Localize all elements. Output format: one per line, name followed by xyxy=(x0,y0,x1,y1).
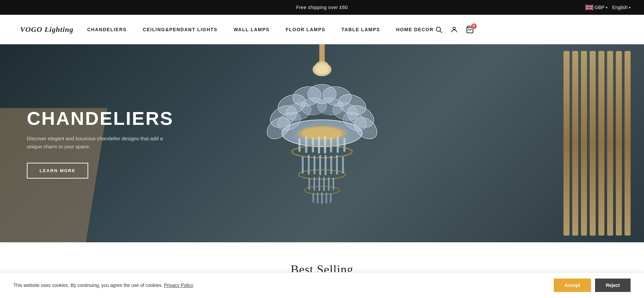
svg-rect-70 xyxy=(326,193,327,203)
svg-rect-53 xyxy=(314,156,315,174)
language-chevron: ▾ xyxy=(629,6,631,9)
nav-item-home[interactable]: HOME DECOR xyxy=(396,27,433,33)
cookie-accept-button[interactable]: Accept xyxy=(554,279,591,283)
hero-section: CHANDELIERS Discover elegant and luxurio… xyxy=(0,44,644,242)
svg-rect-56 xyxy=(330,156,332,174)
svg-point-8 xyxy=(315,65,329,74)
currency-selector[interactable]: GBP ▾ xyxy=(585,5,608,10)
cookie-banner: This website uses cookies. By continuing… xyxy=(0,272,644,283)
hero-content: CHANDELIERS Discover elegant and luxurio… xyxy=(0,108,200,179)
chandelier-svg xyxy=(241,44,402,242)
language-label: English xyxy=(612,5,628,10)
strip-8 xyxy=(625,51,631,236)
currency-label: GBP xyxy=(595,5,605,10)
svg-point-3 xyxy=(453,27,455,29)
svg-rect-57 xyxy=(336,155,338,175)
header-icons: 0 xyxy=(434,26,474,34)
strip-3 xyxy=(581,51,587,236)
hero-chandelier-image xyxy=(241,44,402,242)
svg-rect-61 xyxy=(314,177,315,191)
nav-link-table[interactable]: TABLE LAMPS xyxy=(341,27,380,32)
svg-rect-67 xyxy=(313,193,314,203)
svg-rect-65 xyxy=(333,178,334,190)
shipping-message: Free shipping over £60 xyxy=(296,5,348,10)
hero-decorative-strips xyxy=(557,44,644,242)
hero-description: Discover elegant and luxurious chandelie… xyxy=(27,135,168,151)
strip-6 xyxy=(607,51,613,236)
svg-rect-58 xyxy=(342,157,344,173)
svg-rect-60 xyxy=(309,178,310,190)
uk-flag-icon xyxy=(585,5,593,10)
currency-chevron: ▾ xyxy=(606,6,607,9)
user-icon xyxy=(450,26,458,33)
header: VOGO Lighting CHANDELIERS CEILING&PENDAN… xyxy=(0,15,644,44)
nav-list: CHANDELIERS CEILING&PENDANT LIGHTS WALL … xyxy=(87,27,434,33)
nav-item-ceiling[interactable]: CEILING&PENDANT LIGHTS xyxy=(143,27,218,33)
nav-link-home[interactable]: HOME DECOR xyxy=(396,27,433,32)
nav-item-wall[interactable]: WALL LAMPS xyxy=(233,27,269,33)
nav-item-floor[interactable]: FLOOR LAMPS xyxy=(286,27,325,33)
strip-4 xyxy=(590,51,596,236)
svg-rect-71 xyxy=(330,193,331,203)
svg-rect-55 xyxy=(325,155,326,175)
strip-5 xyxy=(598,51,604,236)
hero-title: CHANDELIERS xyxy=(27,108,173,129)
svg-point-72 xyxy=(295,125,349,145)
nav-link-floor[interactable]: FLOOR LAMPS xyxy=(286,27,325,32)
privacy-policy-link[interactable]: Privacy Policy xyxy=(164,283,193,284)
cart-badge: 0 xyxy=(471,23,477,29)
hero-learn-more-button[interactable]: LEARN MORE xyxy=(27,163,88,179)
cart-button[interactable]: 0 xyxy=(466,26,474,34)
search-icon xyxy=(435,26,442,33)
svg-point-59 xyxy=(299,170,345,179)
svg-rect-52 xyxy=(308,155,310,175)
svg-rect-68 xyxy=(317,193,318,203)
logo[interactable]: VOGO Lighting xyxy=(20,25,87,34)
svg-rect-63 xyxy=(323,177,325,191)
nav-item-chandeliers[interactable]: CHANDELIERS xyxy=(87,27,127,33)
cookie-message: This website uses cookies. By continuing… xyxy=(13,283,163,284)
nav-item-table[interactable]: TABLE LAMPS xyxy=(341,27,380,33)
account-button[interactable] xyxy=(450,26,458,33)
strip-7 xyxy=(616,51,622,236)
svg-rect-69 xyxy=(321,192,323,204)
search-button[interactable] xyxy=(435,26,442,33)
svg-point-50 xyxy=(292,146,352,158)
main-nav: CHANDELIERS CEILING&PENDANT LIGHTS WALL … xyxy=(87,27,434,33)
language-selector[interactable]: English ▾ xyxy=(612,5,631,10)
cookie-reject-button[interactable]: Reject xyxy=(595,279,631,283)
nav-link-chandeliers[interactable]: CHANDELIERS xyxy=(87,27,127,32)
svg-rect-51 xyxy=(302,157,304,173)
nav-link-wall[interactable]: WALL LAMPS xyxy=(233,27,269,32)
strip-1 xyxy=(564,51,570,236)
top-bar-right: GBP ▾ English ▾ xyxy=(585,5,631,10)
top-bar: Free shipping over £60 GBP ▾ English ▾ xyxy=(0,0,644,15)
svg-line-2 xyxy=(440,31,442,33)
svg-rect-62 xyxy=(319,177,320,191)
svg-rect-64 xyxy=(328,177,329,191)
svg-rect-54 xyxy=(319,155,321,175)
strip-2 xyxy=(572,51,578,236)
nav-link-ceiling[interactable]: CEILING&PENDANT LIGHTS xyxy=(143,27,218,32)
cookie-text: This website uses cookies. By continuing… xyxy=(13,282,550,284)
